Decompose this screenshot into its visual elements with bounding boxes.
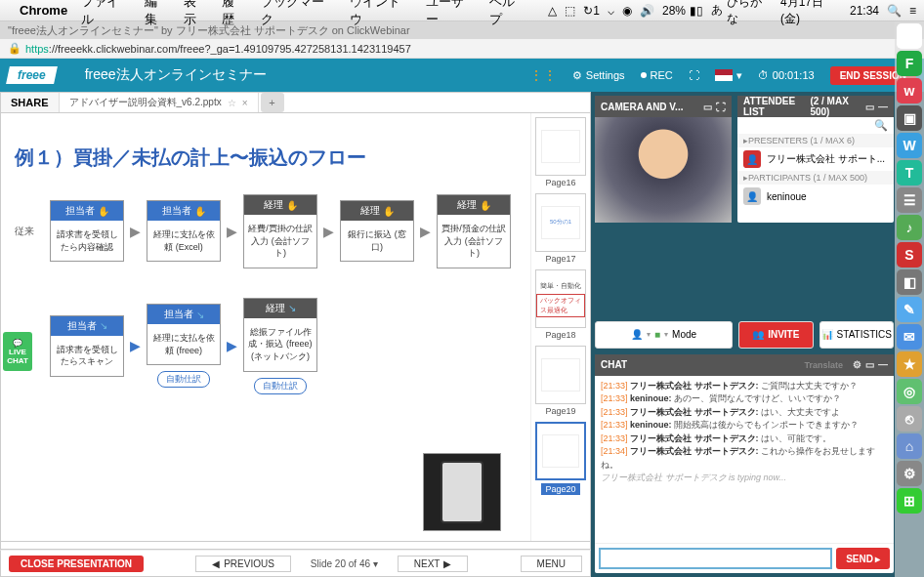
participant-row[interactable]: 👤 keninoue: [737, 185, 894, 208]
spotlight-icon[interactable]: 🔍: [887, 4, 902, 18]
hand-icon: [286, 200, 298, 211]
next-button[interactable]: NEXT ▶: [398, 556, 469, 572]
typing-indicator: フリー株式会社 サポートデスク is typing now...: [601, 472, 888, 485]
translate-toggle[interactable]: Translate: [804, 360, 843, 370]
camera-feed: [595, 117, 732, 223]
bird-icon: ↘: [288, 303, 296, 313]
notifications-icon[interactable]: ≡: [909, 4, 916, 18]
live-chat-tab[interactable]: 💬 LIVE CHAT: [3, 332, 32, 371]
dock-app-14[interactable]: ⎋: [897, 406, 922, 432]
settings-button[interactable]: Settings: [572, 69, 625, 82]
dock-app-5[interactable]: T: [897, 160, 922, 185]
invite-icon: 👥: [752, 329, 764, 340]
mac-menubar: Chrome ファイル 編集 表示 履歴 ブックマーク ウインドウ ユーザー ヘ…: [0, 0, 924, 21]
dock-app-15[interactable]: ⌂: [897, 433, 922, 459]
search-icon[interactable]: 🔍: [874, 119, 888, 132]
bird-icon: ↘: [100, 320, 107, 331]
menu-help[interactable]: ヘルプ: [489, 0, 526, 28]
flow-row-freee: 担当者↘請求書を受領したらスキャン ▶ 担当者↘経理に支払を依頼 (freee)…: [15, 298, 517, 394]
dock-app-2[interactable]: w: [897, 78, 922, 103]
previous-button[interactable]: ◀ PREVIOUS: [195, 556, 291, 572]
dropbox-icon[interactable]: ⬚: [565, 4, 575, 18]
fullscreen-button[interactable]: ⛶: [689, 69, 699, 81]
rec-button[interactable]: REC: [641, 69, 673, 81]
thumb-page17[interactable]: 50分の1: [535, 193, 586, 252]
language-flag[interactable]: ▾: [715, 69, 742, 82]
volume-icon[interactable]: 🔊: [640, 4, 654, 18]
expand-icon[interactable]: ⛶: [716, 102, 726, 112]
dock-app-8[interactable]: S: [897, 242, 922, 268]
ime-status[interactable]: あ ひらがな: [711, 0, 773, 27]
dock-app-0[interactable]: ✿: [897, 23, 922, 49]
invite-button[interactable]: 👥INVITE: [738, 321, 813, 349]
add-tab-button[interactable]: +: [261, 93, 284, 112]
dock-app-13[interactable]: ◎: [897, 379, 922, 404]
send-button[interactable]: SEND ▸: [836, 548, 890, 569]
chat-input[interactable]: [599, 548, 832, 569]
hand-icon: [98, 206, 109, 217]
bird-icon: ↘: [196, 309, 204, 320]
slide-content: 例１）買掛／未払の計上〜振込のフロー 従来 担当者請求書を受領したら内容確認 ▶…: [1, 113, 530, 541]
webinar-header: freee freee法人オンラインセミナー ⋮⋮ Settings REC ⛶…: [0, 59, 924, 92]
app-menu[interactable]: Chrome: [20, 3, 67, 18]
stats-icon: 📊: [821, 329, 833, 340]
thumb-page16[interactable]: [535, 117, 586, 176]
hand-icon: [480, 200, 491, 211]
share-tabs: SHARE アドバイザー説明会資料_v6.2.pptx × +: [0, 92, 591, 113]
participant-avatar-icon: 👤: [743, 187, 761, 205]
user-icon: 👤: [631, 329, 643, 340]
popout-icon[interactable]: ▭: [865, 102, 874, 112]
presenters-section[interactable]: PRESENTERS (1 / MAX 6): [737, 134, 894, 147]
dock-app-10[interactable]: ✎: [897, 297, 922, 322]
webinar-title: freee法人オンラインセミナー: [85, 66, 522, 84]
cloud-icon[interactable]: △: [548, 4, 557, 18]
tab-title[interactable]: "freee法人オンラインセミナー" by フリー株式会社 サポートデスク on…: [8, 23, 410, 38]
dock-app-7[interactable]: ♪: [897, 215, 922, 240]
close-icon[interactable]: —: [878, 102, 888, 112]
file-tab[interactable]: アドバイザー説明会資料_v6.2.pptx ×: [60, 93, 259, 112]
menu-button[interactable]: MENU: [521, 556, 582, 572]
dock-app-16[interactable]: ⚙: [897, 461, 922, 486]
chat-messages[interactable]: [21:33] フリー株式会社 サポートデスク: ご質問は大丈夫ですか？ [21…: [595, 376, 894, 544]
close-presentation-button[interactable]: CLOSE PRESENTATION: [9, 556, 144, 572]
slide-counter[interactable]: Slide 20 of 46 ▾: [311, 558, 378, 569]
settings-icon[interactable]: ⚙: [853, 359, 861, 370]
time-status[interactable]: 21:34: [850, 4, 879, 18]
thumb-page20[interactable]: [535, 422, 586, 480]
dock-app-9[interactable]: ◧: [897, 269, 922, 295]
camera-icon: ■: [654, 329, 660, 340]
thumb-page19[interactable]: [535, 346, 586, 404]
dock-app-12[interactable]: ★: [897, 351, 922, 377]
attendee-panel-header: ATTENDEE LIST (2 / MAX 500) ▭ —: [737, 96, 894, 117]
dock-app-17[interactable]: ⊞: [897, 488, 922, 514]
av-mode-control[interactable]: 👤▾ ■▾ Mode: [595, 321, 733, 349]
flow-label-legacy: 従来: [15, 225, 44, 238]
wifi-icon[interactable]: ◉: [622, 4, 632, 18]
chat-panel-header: CHAT Translate ⚙ ▭ —: [595, 354, 894, 376]
dock-app-1[interactable]: F: [897, 51, 922, 76]
timer: ⏱ 00:01:13: [758, 69, 815, 81]
dock-app-4[interactable]: W: [897, 133, 922, 158]
date-status[interactable]: 4月17日(金): [780, 0, 842, 27]
updates-icon[interactable]: ↻1: [583, 4, 600, 18]
dock-app-3[interactable]: ▣: [897, 105, 922, 131]
participants-section[interactable]: PARTICIPANTS (1 / MAX 500): [737, 171, 894, 185]
popout-icon[interactable]: ▭: [703, 102, 712, 112]
thumb-page18[interactable]: 簡単・自動化バックオフィス最適化: [535, 269, 586, 328]
dock-app-11[interactable]: ✉: [897, 324, 922, 350]
camera-panel-header: CAMERA AND V... ▭ ⛶: [595, 96, 732, 117]
browser-urlbar[interactable]: 🔒 https://freeekk.clickwebinar.com/freee…: [0, 39, 924, 59]
dock-app-6[interactable]: ☰: [897, 187, 922, 213]
popout-icon[interactable]: ▭: [865, 359, 874, 370]
auto-tag: 自動仕訳: [157, 371, 210, 388]
close-icon[interactable]: —: [878, 359, 888, 370]
presenter-row[interactable]: 👤 フリー株式会社 サポート...: [737, 147, 894, 171]
close-tab-icon[interactable]: ×: [242, 98, 248, 108]
menu-user[interactable]: ユーザー: [426, 0, 476, 28]
connection-icon: ⋮⋮: [529, 67, 557, 83]
star-icon[interactable]: [228, 98, 236, 108]
battery-status[interactable]: 28% ▮▯: [662, 4, 703, 18]
slide-thumbnails[interactable]: Page16 50分の1 Page17 簡単・自動化バックオフィス最適化 Pag…: [530, 113, 590, 541]
bluetooth-icon[interactable]: ⌵: [608, 4, 614, 18]
statistics-button[interactable]: 📊STATISTICS: [819, 321, 894, 349]
